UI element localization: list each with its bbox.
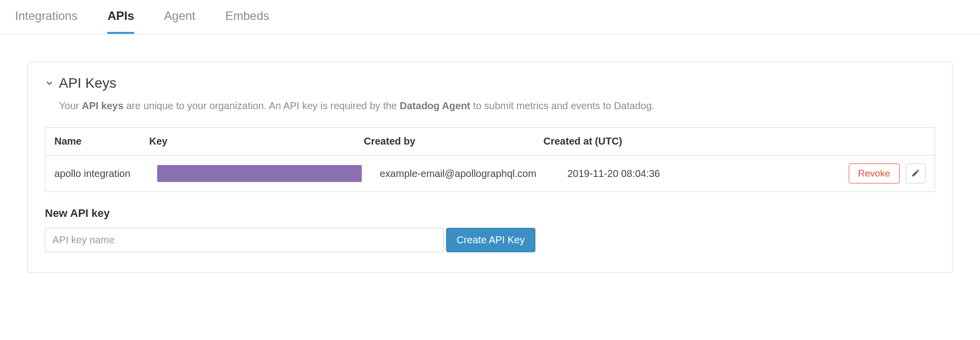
cell-actions: Revoke: [680, 164, 926, 183]
table-header: Name Key Created by Created at (UTC): [45, 128, 935, 156]
tab-agent[interactable]: Agent: [164, 0, 196, 34]
new-api-key-label: New API key: [45, 207, 935, 220]
pencil-icon: [911, 169, 920, 179]
tab-embeds[interactable]: Embeds: [226, 0, 269, 34]
api-keys-panel: API Keys Your API keys are unique to you…: [27, 62, 953, 273]
revoke-button[interactable]: Revoke: [849, 164, 900, 183]
panel-title: API Keys: [59, 75, 116, 91]
edit-button[interactable]: [906, 164, 926, 183]
cell-key: [157, 165, 372, 182]
tab-integrations[interactable]: Integrations: [15, 0, 77, 34]
col-header-created-by: Created by: [364, 136, 543, 147]
api-key-name-input[interactable]: [45, 228, 444, 252]
chevron-down-icon: [45, 79, 54, 88]
table-row: apollo integration example-email@apollog…: [45, 156, 935, 191]
desc-bold-agent: Datadog Agent: [400, 100, 470, 111]
tabs-bar: Integrations APIs Agent Embeds: [0, 0, 980, 34]
cell-created-at: 2019-11-20 08:04:36: [567, 168, 672, 179]
col-header-key: Key: [149, 136, 364, 147]
panel-description: Your API keys are unique to your organiz…: [59, 98, 935, 113]
panel-header[interactable]: API Keys: [45, 75, 935, 91]
desc-text: to submit metrics and events to Datadog.: [471, 100, 655, 111]
desc-bold-apikeys: API keys: [82, 100, 123, 111]
col-header-name: Name: [54, 136, 149, 147]
cell-name: apollo integration: [54, 168, 149, 179]
api-keys-table: Name Key Created by Created at (UTC) apo…: [45, 127, 935, 192]
tab-apis[interactable]: APIs: [107, 0, 134, 34]
api-key-masked[interactable]: [157, 165, 362, 182]
col-header-created-at: Created at (UTC): [543, 136, 648, 147]
cell-created-by: example-email@apollographql.com: [380, 168, 559, 179]
new-api-key-row: Create API Key: [45, 228, 935, 252]
create-api-key-button[interactable]: Create API Key: [446, 228, 535, 252]
desc-text: Your: [59, 100, 82, 111]
desc-text: are unique to your organization. An API …: [123, 100, 400, 111]
